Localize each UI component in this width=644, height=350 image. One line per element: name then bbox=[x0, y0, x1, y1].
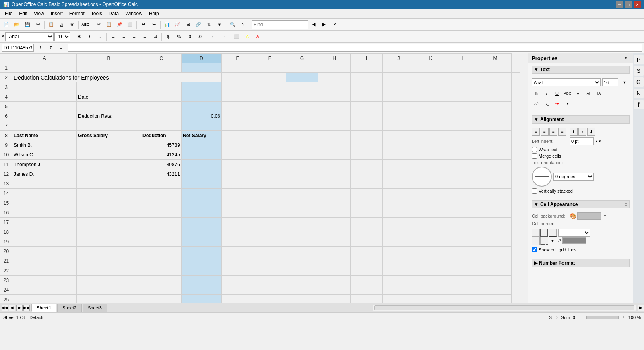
row-header-5[interactable]: 5 bbox=[0, 102, 12, 111]
cell-r14-c3[interactable] bbox=[141, 189, 182, 198]
cell-r8-c10[interactable] bbox=[383, 131, 415, 140]
cell-appearance-section-header[interactable]: ▼ Cell Appearance □ bbox=[532, 200, 630, 208]
cell-r20-c4[interactable] bbox=[182, 247, 222, 256]
cell-r20-c9[interactable] bbox=[351, 247, 383, 256]
cell-r24-c9[interactable] bbox=[351, 285, 383, 295]
row-header-9[interactable]: 9 bbox=[0, 140, 12, 150]
col-header-j[interactable]: J bbox=[383, 54, 415, 63]
cell-r6-c11[interactable] bbox=[415, 111, 447, 121]
cell-r11-c12[interactable] bbox=[447, 160, 479, 169]
sheet-tab-2[interactable]: Sheet2 bbox=[57, 304, 82, 312]
cell-r15-c6[interactable] bbox=[254, 198, 286, 208]
cell-r10-c10[interactable] bbox=[383, 150, 415, 160]
cell-r5-c2[interactable] bbox=[77, 102, 141, 111]
cell-r5-c8[interactable] bbox=[318, 102, 351, 111]
cell-r4-c8[interactable] bbox=[318, 92, 351, 102]
cell-r21-c2[interactable] bbox=[77, 256, 141, 266]
cell-r21-c13[interactable] bbox=[479, 256, 512, 266]
cell-r11-c5[interactable] bbox=[222, 160, 254, 169]
cell-r10-c8[interactable] bbox=[318, 150, 351, 160]
cut-button[interactable]: ✂ bbox=[94, 20, 103, 29]
cell-r21-c7[interactable] bbox=[286, 256, 318, 266]
sheet-tab-3[interactable]: Sheet3 bbox=[83, 304, 107, 312]
cell-r24-c6[interactable] bbox=[254, 285, 286, 295]
cell-r14-c6[interactable] bbox=[254, 189, 286, 198]
text-ltr-button[interactable]: |A bbox=[594, 89, 603, 98]
cell-r8-c9[interactable] bbox=[351, 131, 383, 140]
cell-r17-c10[interactable] bbox=[383, 218, 415, 227]
cell-r8-c2[interactable]: Gross Salary bbox=[77, 131, 141, 140]
cell-r15-c9[interactable] bbox=[351, 198, 383, 208]
cell-r14-c10[interactable] bbox=[383, 189, 415, 198]
cell-r19-c1[interactable] bbox=[12, 237, 77, 247]
cell-r9-c7[interactable] bbox=[286, 140, 318, 150]
cell-r11-c4[interactable] bbox=[182, 160, 222, 169]
cell-r9-c9[interactable] bbox=[351, 140, 383, 150]
cell-r3-c11[interactable] bbox=[415, 82, 447, 92]
cell-r1-c12[interactable] bbox=[447, 63, 479, 73]
cell-r4-c9[interactable] bbox=[351, 92, 383, 102]
cell-r7-c4[interactable] bbox=[182, 121, 222, 131]
cell-r12-c5[interactable] bbox=[222, 169, 254, 179]
cell-r12-c1[interactable]: James D. bbox=[12, 169, 77, 179]
row-header-6[interactable]: 6 bbox=[0, 111, 12, 121]
find-prev-button[interactable]: ◀ bbox=[309, 20, 318, 29]
cell-r14-c2[interactable] bbox=[77, 189, 141, 198]
cell-r11-c7[interactable] bbox=[286, 160, 318, 169]
cell-r1-c11[interactable] bbox=[415, 63, 447, 73]
border-bottom-btn[interactable] bbox=[549, 229, 557, 237]
cell-r25-c3[interactable] bbox=[141, 295, 182, 303]
menu-help[interactable]: Help bbox=[146, 9, 162, 18]
cell-r4-c12[interactable] bbox=[447, 92, 479, 102]
cell-r24-c13[interactable] bbox=[479, 285, 512, 295]
row-header-19[interactable]: 19 bbox=[0, 237, 12, 247]
valign-bot-prop[interactable]: ⬇ bbox=[587, 128, 595, 136]
cell-r8-c5[interactable] bbox=[222, 131, 254, 140]
col-header-l[interactable]: L bbox=[447, 54, 479, 63]
cell-r23-c13[interactable] bbox=[479, 276, 512, 285]
cell-r19-c2[interactable] bbox=[77, 237, 141, 247]
cell-r10-c9[interactable] bbox=[351, 150, 383, 160]
alignment-section-header[interactable]: ▼ Alignment bbox=[532, 115, 630, 124]
maximize-button[interactable]: □ bbox=[625, 1, 632, 8]
cell-r19-c8[interactable] bbox=[318, 237, 351, 247]
save-button[interactable]: 💾 bbox=[23, 20, 32, 29]
find-close-button[interactable]: ✕ bbox=[330, 20, 339, 29]
valign-top-prop[interactable]: ⬆ bbox=[570, 128, 578, 136]
cell-r18-c7[interactable] bbox=[286, 227, 318, 237]
cell-r9-c11[interactable] bbox=[415, 140, 447, 150]
menu-format[interactable]: Format bbox=[66, 9, 88, 18]
cell-r20-c1[interactable] bbox=[12, 247, 77, 256]
cell-r10-c11[interactable] bbox=[415, 150, 447, 160]
row-header-15[interactable]: 15 bbox=[0, 198, 12, 208]
cell-r18-c5[interactable] bbox=[222, 227, 254, 237]
menu-window[interactable]: Window bbox=[122, 9, 146, 18]
cell-r17-c2[interactable] bbox=[77, 218, 141, 227]
cell-r21-c9[interactable] bbox=[351, 256, 383, 266]
underline-prop-button[interactable]: U bbox=[553, 89, 561, 98]
cell-r23-c5[interactable] bbox=[222, 276, 254, 285]
cell-r12-c2[interactable] bbox=[77, 169, 141, 179]
cell-r19-c12[interactable] bbox=[447, 237, 479, 247]
decimal-remove-button[interactable]: .0 bbox=[195, 32, 204, 41]
cell-r13-c6[interactable] bbox=[254, 179, 286, 189]
cell-r3-c7[interactable] bbox=[286, 82, 318, 92]
cell-r15-c11[interactable] bbox=[415, 198, 447, 208]
cell-r21-c3[interactable] bbox=[141, 256, 182, 266]
menu-data[interactable]: Data bbox=[105, 9, 122, 18]
std-mode[interactable]: STD bbox=[549, 315, 558, 320]
menu-insert[interactable]: Insert bbox=[47, 9, 66, 18]
cell-r13-c1[interactable] bbox=[12, 179, 77, 189]
cell-r3-c13[interactable] bbox=[479, 82, 512, 92]
cell-r7-c6[interactable] bbox=[254, 121, 286, 131]
cell-r18-c10[interactable] bbox=[383, 227, 415, 237]
cell-r8-c11[interactable] bbox=[415, 131, 447, 140]
cell-r12-c9[interactable] bbox=[351, 169, 383, 179]
row-header-18[interactable]: 18 bbox=[0, 227, 12, 237]
cell-r8-c1[interactable]: Last Name bbox=[12, 131, 77, 140]
cell-r19-c3[interactable] bbox=[141, 237, 182, 247]
wrap-text-checkbox[interactable] bbox=[532, 147, 537, 152]
cell-r6-c8[interactable] bbox=[318, 111, 351, 121]
sidebar-props-button[interactable]: P bbox=[634, 55, 644, 64]
cell-r22-c4[interactable] bbox=[182, 266, 222, 276]
